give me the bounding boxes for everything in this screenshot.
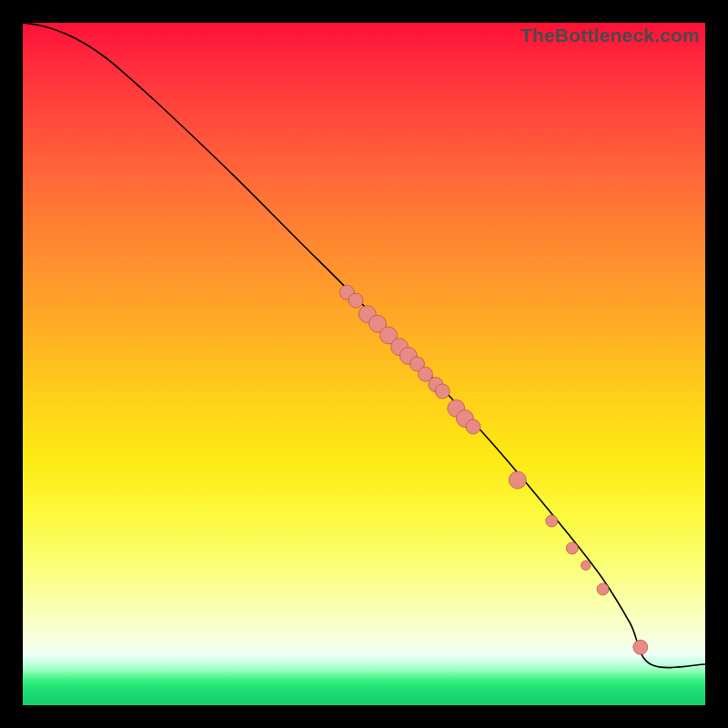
data-point	[581, 561, 591, 570]
main-curve	[23, 23, 705, 668]
data-point	[509, 471, 526, 489]
data-point	[546, 515, 558, 527]
chart-frame: TheBottleneck.com	[0, 0, 728, 728]
plot-area: TheBottleneck.com	[23, 23, 705, 705]
data-point	[597, 583, 609, 595]
data-point	[466, 420, 480, 434]
data-point	[633, 640, 648, 654]
data-point	[435, 384, 450, 399]
scatter-points	[339, 285, 648, 654]
data-point	[349, 293, 363, 308]
chart-svg	[23, 23, 705, 705]
data-point	[566, 542, 578, 554]
